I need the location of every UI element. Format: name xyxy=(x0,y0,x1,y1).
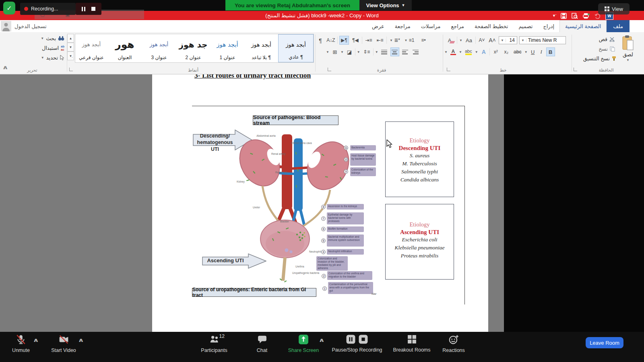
bullet-list-icon[interactable]: ≡• xyxy=(417,36,429,45)
breakout-rooms-button[interactable]: Breakout Rooms xyxy=(384,334,440,353)
styles-dialog-launcher-icon[interactable] xyxy=(69,68,73,71)
leave-room-button[interactable]: Leave Room xyxy=(586,337,623,348)
shrink-font-icon[interactable]: A˅ xyxy=(478,36,486,45)
pause-stop-recording-button[interactable]: Pause/Stop Recording xyxy=(323,334,391,353)
paragraph-dialog-launcher-icon[interactable] xyxy=(328,68,331,71)
tab-page-layout[interactable]: تخطيط الصفحة xyxy=(469,20,513,32)
style-heading2[interactable]: جد هوز عنوان 2 xyxy=(176,34,211,62)
italic-icon[interactable]: I xyxy=(538,47,545,56)
shading-icon[interactable]: ◪ xyxy=(345,47,353,56)
styles-gallery-expand-icon[interactable]: ▼̱ xyxy=(67,51,74,60)
tab-references[interactable]: مراجع xyxy=(446,20,469,32)
style-subtitle[interactable]: أبجد هوز عنوان فرعي xyxy=(75,34,107,62)
font-color-icon[interactable]: A xyxy=(449,47,457,56)
collapse-ribbon-icon[interactable]: ∧ xyxy=(2,64,8,70)
ltr-paragraph-icon[interactable]: ▶¶ xyxy=(339,36,349,45)
chevron-down-icon[interactable]: ▼ xyxy=(499,39,506,42)
align-justify-icon[interactable] xyxy=(380,47,389,56)
highlight-color-icon[interactable]: abc xyxy=(464,47,473,56)
chevron-down-icon[interactable]: ▼ xyxy=(520,39,526,42)
replace-button[interactable]: ab ac استبدال xyxy=(6,45,64,51)
strikethrough-icon[interactable]: abc xyxy=(512,47,523,56)
clipboard-dialog-launcher-icon[interactable] xyxy=(574,68,577,71)
line-spacing-icon[interactable]: ⇕≡ xyxy=(362,47,372,56)
view-options-button[interactable]: View Options ▼ xyxy=(359,0,412,10)
style-no-spacing[interactable]: أبجد هوز ¶ بلا تباعد xyxy=(244,34,278,62)
quick-print-icon[interactable] xyxy=(583,13,590,19)
zoom-security-shield-icon[interactable]: ✓ xyxy=(3,2,15,14)
align-center-icon[interactable] xyxy=(390,47,399,56)
save-icon[interactable] xyxy=(561,13,567,19)
copy-button[interactable]: نسخ xyxy=(576,46,615,52)
align-right-icon[interactable] xyxy=(411,47,420,56)
document-page[interactable]: 3- List routes of urinary tract infectio… xyxy=(152,74,488,332)
stop-recording-icon[interactable] xyxy=(91,7,95,11)
chevron-down-icon[interactable]: ▼ xyxy=(341,50,344,54)
multilevel-list-icon[interactable]: ▼ ≣* xyxy=(388,36,401,45)
mic-options-chevron-icon[interactable]: ∧ xyxy=(33,337,39,343)
video-options-chevron-icon[interactable]: ∧ xyxy=(78,337,84,343)
format-painter-button[interactable]: نسخ التنسيق xyxy=(573,56,617,62)
organism: Proteus mirabilis xyxy=(386,252,454,260)
paste-button[interactable]: لصق ▼ xyxy=(617,35,639,63)
align-left-icon[interactable] xyxy=(401,47,410,56)
chat-button[interactable]: Chat xyxy=(246,334,278,353)
increase-indent-icon[interactable]: ⇥≡ xyxy=(364,36,374,45)
stop-recording-icon[interactable] xyxy=(358,334,368,344)
style-heading3[interactable]: أبجد هوز عنوان 3 xyxy=(142,34,176,62)
sort-icon[interactable]: A↓Z xyxy=(326,36,336,45)
style-title[interactable]: هور العنوان xyxy=(107,34,142,62)
chevron-down-icon[interactable]: ▼ xyxy=(375,50,378,54)
find-button[interactable]: بحث ▼ xyxy=(11,35,64,41)
pause-recording-icon[interactable] xyxy=(346,334,356,344)
sign-in[interactable]: تسجيل الدخول xyxy=(1,21,47,31)
subscript-icon[interactable]: x₂ xyxy=(502,47,511,56)
numbered-list-icon[interactable]: ▼ ≡1 xyxy=(403,36,416,45)
style-normal[interactable]: أبجد هوز ¶ عادي xyxy=(278,34,314,62)
etiology-subtitle: Ascending UTI xyxy=(386,229,454,236)
select-button[interactable]: تحديد ▼ xyxy=(9,55,64,61)
chevron-down-icon[interactable]: ▼ xyxy=(459,39,462,42)
print-preview-icon[interactable] xyxy=(572,13,578,19)
font-name-combo[interactable]: ▼ Times New R xyxy=(519,36,566,44)
underline-icon[interactable]: U xyxy=(529,47,537,56)
chevron-down-icon[interactable]: ▼ xyxy=(475,50,478,54)
chevron-down-icon[interactable]: ▼ xyxy=(524,50,528,54)
show-marks-button[interactable]: ¶ xyxy=(316,36,324,45)
participants-button[interactable]: 12 Participants xyxy=(192,334,236,353)
pause-recording-icon[interactable] xyxy=(82,7,85,11)
font-dialog-launcher-icon[interactable] xyxy=(447,68,450,71)
rtl-paragraph-icon[interactable]: ¶◀ xyxy=(351,36,360,45)
view-overlay-button[interactable]: View xyxy=(598,3,630,14)
qat-customize-icon[interactable]: ▼̄ xyxy=(552,14,556,18)
clear-formatting-icon[interactable]: A xyxy=(444,36,455,45)
reactions-button[interactable]: Reactions xyxy=(433,334,474,353)
bold-icon[interactable]: B xyxy=(546,47,555,56)
grow-font-icon[interactable]: A˄ xyxy=(488,36,497,45)
change-case-icon[interactable]: Aa xyxy=(464,36,473,45)
font-size-combo[interactable]: ▼ 14 xyxy=(499,36,517,44)
tab-design[interactable]: تصميم xyxy=(513,20,538,32)
tab-file[interactable]: ملف xyxy=(607,20,630,32)
label-urethra: Urethra xyxy=(295,265,304,268)
cut-button[interactable]: قص xyxy=(576,36,615,42)
tab-insert[interactable]: إدراج xyxy=(538,20,559,32)
tab-mailings[interactable]: مراسلات xyxy=(416,20,446,32)
step-text: Host tissue damage by bacterial toxins xyxy=(350,153,376,166)
chevron-down-icon[interactable]: ▼ xyxy=(444,50,448,54)
style-heading1[interactable]: أبجد هوز عنوان 1 xyxy=(211,34,244,62)
chevron-down-icon[interactable]: ▼ xyxy=(459,50,462,54)
text-effects-icon[interactable]: A xyxy=(480,47,488,56)
tab-view[interactable]: عرض xyxy=(367,20,390,32)
share-options-chevron-icon[interactable]: ∧ xyxy=(318,337,325,343)
borders-icon[interactable]: ⊞ xyxy=(331,47,339,56)
superscript-icon[interactable]: x² xyxy=(491,47,500,56)
styles-scroll-down-icon[interactable]: ▼ xyxy=(67,43,74,51)
breakout-rooms-label: Breakout Rooms xyxy=(384,347,440,353)
tab-home[interactable]: الصفحة الرئيسية xyxy=(559,20,607,32)
chevron-down-icon[interactable]: ▼ xyxy=(326,50,329,54)
tab-review[interactable]: مراجعة xyxy=(390,20,416,32)
styles-scroll-up-icon[interactable]: ▲ xyxy=(67,34,74,43)
chevron-down-icon[interactable]: ▼ xyxy=(357,50,360,54)
decrease-indent-icon[interactable]: ⇤≡ xyxy=(375,36,385,45)
